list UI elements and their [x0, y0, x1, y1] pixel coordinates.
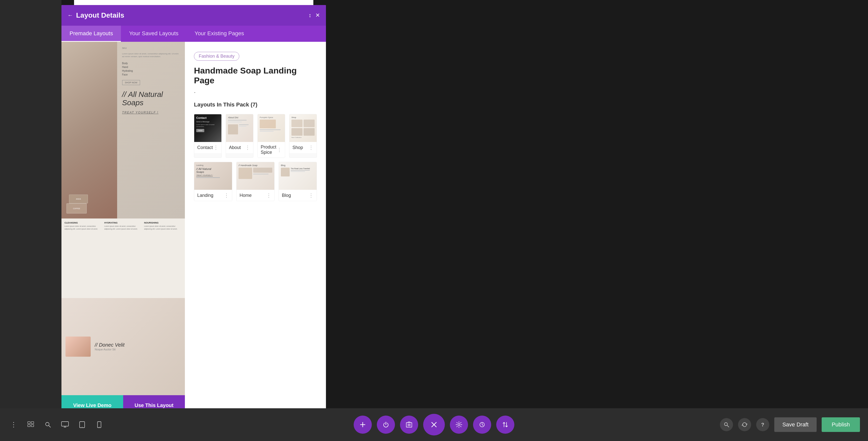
layout-menu-landing[interactable]: ⋮	[224, 192, 229, 198]
layout-menu-home[interactable]: ⋮	[266, 192, 271, 198]
layout-footer-home: Home ⋮	[237, 190, 274, 201]
col-hydrating: HYDRATING Lorem ipsum dolor sit amet, co…	[104, 222, 142, 295]
wireframe-icon[interactable]	[25, 419, 36, 430]
tab-existing-pages[interactable]: Your Existing Pages	[187, 26, 252, 42]
preview-panel: COFFEE ANOA SKU Lorem ipsum dolor sit am…	[61, 42, 185, 415]
search-icon[interactable]	[42, 419, 53, 430]
tab-saved-layouts[interactable]: Your Saved Layouts	[121, 26, 186, 42]
svg-rect-1	[31, 421, 34, 423]
treat-yourself: TREAT YOURSELF !	[122, 111, 180, 114]
layout-item-contact[interactable]: Contact Send a Message Lorem ipsum dolor…	[194, 114, 222, 158]
nav-body: Body	[122, 62, 180, 65]
layout-item-shop[interactable]: Shop New Collection Shop ⋮	[289, 114, 317, 158]
soap-image-left: COFFEE ANOA	[61, 42, 117, 218]
mobile-icon[interactable]	[94, 419, 105, 430]
help-icon[interactable]: ?	[756, 418, 769, 431]
col-hydrating-text: Lorem ipsum dolor sit amet, consectetur …	[104, 225, 142, 230]
svg-point-10	[82, 427, 82, 427]
svg-rect-3	[31, 425, 34, 427]
layout-item-blog[interactable]: Blog The Road Less Traveled	[279, 162, 317, 201]
svg-line-5	[49, 426, 51, 428]
toolbar-right: ? Save Draft Publish	[720, 417, 860, 432]
svg-point-27	[724, 422, 727, 426]
layout-thumb-landing: Landing // All NaturalSoaps TREAT YOURSE…	[194, 162, 232, 190]
col-hydrating-title: HYDRATING	[104, 222, 142, 224]
canvas-bg-left	[0, 0, 61, 441]
about-thumb-content: About Divi	[226, 114, 253, 136]
contact-send-btn: Send	[196, 129, 204, 132]
soap-bar	[65, 337, 91, 357]
layout-item-about[interactable]: About Divi	[226, 114, 253, 158]
layout-dot: .	[194, 87, 317, 94]
layout-grid-row2: Landing // All NaturalSoaps TREAT YOURSE…	[194, 162, 317, 201]
layout-menu-blog[interactable]: ⋮	[309, 192, 314, 198]
modal-header: ← Layout Details ↕ ✕	[61, 5, 326, 26]
layout-thumb-home: // Handmade Soap	[237, 162, 274, 190]
nav-face: Face	[122, 73, 180, 76]
modal-content: COFFEE ANOA SKU Lorem ipsum dolor sit am…	[61, 42, 326, 415]
layout-item-home[interactable]: // Handmade Soap Home	[236, 162, 275, 201]
layout-item-product[interactable]: Pumpkin Spice Product Spice ⋮	[257, 114, 285, 158]
add-module-button[interactable]	[354, 415, 372, 434]
publish-button[interactable]: Publish	[822, 417, 860, 432]
layout-details-modal: ← Layout Details ↕ ✕ Premade Layouts You…	[61, 5, 326, 415]
close-builder-button[interactable]	[423, 414, 445, 436]
svg-point-23	[458, 423, 460, 426]
col-nourishing-title: NOURISHING	[144, 222, 182, 224]
soap-headline: // All NaturalSoaps	[122, 90, 180, 107]
landing-thumb-content: Landing // All NaturalSoaps TREAT YOURSE…	[194, 162, 232, 180]
close-icon[interactable]: ✕	[315, 12, 320, 19]
col-nourishing-text: Lorem ipsum dolor sit amet, consectetur …	[144, 225, 182, 230]
svg-point-4	[45, 422, 49, 426]
layout-menu-shop[interactable]: ⋮	[309, 144, 314, 150]
layout-thumb-about: About Divi	[226, 114, 253, 142]
desktop-icon[interactable]	[59, 419, 70, 430]
layout-item-landing[interactable]: Landing // All NaturalSoaps TREAT YOURSE…	[194, 162, 232, 201]
layout-footer-landing: Landing ⋮	[194, 190, 232, 201]
back-icon[interactable]: ←	[67, 12, 73, 19]
delete-button[interactable]	[400, 415, 418, 434]
layout-menu-contact[interactable]: ⋮	[213, 144, 218, 150]
layout-name-landing: Landing	[197, 193, 213, 198]
layout-menu-about[interactable]: ⋮	[245, 144, 250, 150]
layout-name-blog: Blog	[282, 193, 291, 198]
layout-footer-blog: Blog ⋮	[279, 190, 317, 201]
tab-premade-layouts[interactable]: Premade Layouts	[61, 26, 121, 42]
soap-bottom-image: // Donec Velit Noque Auctor Sit	[61, 298, 185, 395]
layout-button[interactable]	[496, 415, 514, 434]
svg-line-28	[727, 426, 729, 427]
settings-button[interactable]	[450, 415, 468, 434]
layout-name-about: About	[229, 145, 241, 150]
layout-footer-shop: Shop ⋮	[289, 142, 317, 153]
soap-description: Lorem ipsum dolor sit amet, consectetur …	[122, 53, 180, 58]
search-right-icon[interactable]	[720, 418, 733, 431]
toolbar-left: ⋮	[8, 419, 105, 430]
sync-icon[interactable]	[738, 418, 751, 431]
soap-preview: COFFEE ANOA SKU Lorem ipsum dolor sit am…	[61, 42, 185, 395]
col-cleansing-text: Lorem ipsum dolor sit amet, consectetur …	[64, 225, 102, 230]
category-badge: Fashion & Beauty	[194, 52, 239, 61]
info-panel: Fashion & Beauty Handmade Soap Landing P…	[185, 42, 326, 415]
power-button[interactable]	[377, 415, 395, 434]
layout-footer-contact: Contact ⋮	[194, 142, 221, 153]
contact-thumb-content: Contact Send a Message Lorem ipsum dolor…	[194, 114, 221, 134]
donec-content: // Donec Velit Noque Auctor Sit	[95, 342, 124, 351]
tablet-icon[interactable]	[76, 419, 88, 430]
layout-name-product: Product Spice	[261, 144, 277, 155]
soap-columns: CLEANSING Lorem ipsum dolor sit amet, co…	[61, 218, 185, 298]
layout-menu-product[interactable]: ⋮	[277, 147, 282, 153]
history-button[interactable]	[473, 415, 491, 434]
nav-hand: Hand	[122, 66, 180, 68]
donec-title: // Donec Velit	[95, 342, 124, 348]
col-nourishing: NOURISHING Lorem ipsum dolor sit amet, c…	[144, 222, 182, 295]
pack-title: Layouts In This Pack (7)	[194, 101, 317, 108]
svg-rect-0	[28, 421, 30, 423]
blog-thumb-content: Blog The Road Less Traveled	[279, 162, 317, 178]
soap-sku: SKU	[122, 47, 180, 49]
sort-icon[interactable]: ↕	[309, 12, 311, 19]
more-options-icon[interactable]: ⋮	[8, 419, 19, 430]
toolbar-center	[354, 414, 514, 436]
save-draft-button[interactable]: Save Draft	[774, 417, 817, 432]
soap-right-content: SKU Lorem ipsum dolor sit amet, consecte…	[117, 42, 185, 218]
layout-preview-image: COFFEE ANOA SKU Lorem ipsum dolor sit am…	[61, 42, 185, 395]
